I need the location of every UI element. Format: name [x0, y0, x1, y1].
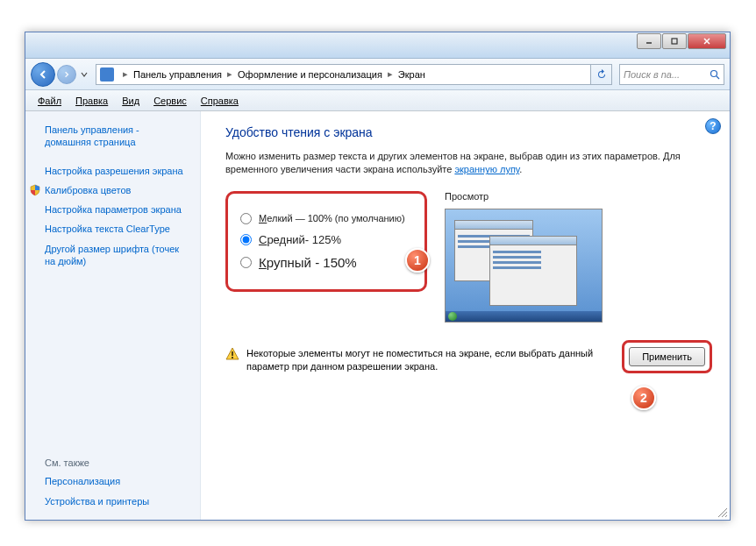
- svg-line-5: [717, 76, 719, 79]
- search-input[interactable]: Поиск в па...: [619, 64, 724, 85]
- breadcrumb-part[interactable]: Экран: [398, 69, 425, 80]
- window-controls: [636, 33, 726, 49]
- radio-medium-label: Средний- 125%: [259, 233, 341, 246]
- window-body: Панель управления - домашняя страница На…: [25, 111, 730, 520]
- annotation-callout-1: 1: [405, 248, 430, 273]
- radio-small-label: Мелкий — 100% (по умолчанию): [259, 213, 405, 223]
- sidebar-cleartype[interactable]: Настройка текста ClearType: [25, 219, 200, 238]
- navbar: ▸ Панель управления ▸ Оформление и персо…: [25, 59, 730, 90]
- minimize-button[interactable]: [637, 33, 661, 49]
- titlebar: [25, 32, 730, 59]
- magnifier-link[interactable]: экранную лупу: [454, 164, 519, 174]
- menu-edit[interactable]: Правка: [68, 96, 115, 106]
- search-icon: [710, 69, 720, 80]
- chevron-right-icon: ▸: [388, 68, 393, 80]
- svg-line-10: [725, 515, 727, 517]
- menu-view[interactable]: Вид: [115, 96, 146, 106]
- search-placeholder: Поиск в па...: [624, 69, 680, 80]
- address-bar[interactable]: ▸ Панель управления ▸ Оформление и персо…: [96, 64, 591, 85]
- page-title: Удобство чтения с экрана: [225, 125, 705, 139]
- radio-medium[interactable]: Средний- 125%: [240, 233, 412, 246]
- svg-point-4: [711, 70, 717, 76]
- breadcrumb-part[interactable]: Оформление и персонализация: [238, 69, 382, 80]
- preview-label: Просмотр: [445, 191, 705, 202]
- nav-forward-button[interactable]: [57, 65, 76, 84]
- maximize-button[interactable]: [662, 33, 687, 49]
- chevron-right-icon: ▸: [227, 68, 232, 80]
- refresh-button[interactable]: [591, 64, 612, 85]
- radio-large-label: Крупный - 150%: [259, 255, 357, 270]
- menubar: Файл Правка Вид Сервис Справка: [25, 90, 730, 111]
- page-description: Можно изменить размер текста и других эл…: [225, 150, 705, 177]
- radio-small[interactable]: Мелкий — 100% (по умолчанию): [240, 213, 412, 224]
- apply-highlight: Применить: [629, 347, 705, 366]
- svg-point-7: [232, 357, 233, 358]
- sidebar-seealso-heading: См. также: [25, 454, 200, 472]
- preview-section: Просмотр: [445, 191, 705, 323]
- menu-tools[interactable]: Сервис: [146, 96, 194, 106]
- warning-row: Некоторые элементы могут не поместиться …: [225, 347, 705, 374]
- radio-large[interactable]: Крупный - 150%: [240, 255, 412, 270]
- sidebar-resolution[interactable]: Настройка разрешения экрана: [25, 161, 200, 181]
- sidebar-devices[interactable]: Устройства и принтеры: [25, 492, 200, 511]
- help-icon[interactable]: ?: [705, 118, 721, 134]
- content-area: ? Удобство чтения с экрана Можно изменит…: [201, 111, 730, 520]
- svg-rect-1: [672, 39, 677, 44]
- sidebar: Панель управления - домашняя страница На…: [25, 111, 201, 520]
- control-panel-window: ▸ Панель управления ▸ Оформление и персо…: [25, 32, 731, 521]
- resize-grip[interactable]: [716, 506, 728, 518]
- shield-icon: [29, 184, 41, 196]
- sidebar-calibration[interactable]: Калибровка цветов: [25, 181, 200, 200]
- apply-button[interactable]: Применить: [629, 347, 705, 366]
- annotation-callout-2: 2: [631, 386, 656, 410]
- nav-back-button[interactable]: [31, 62, 55, 87]
- sidebar-personalization[interactable]: Персонализация: [25, 472, 200, 491]
- radio-large-input[interactable]: [240, 257, 252, 268]
- radio-small-input[interactable]: [240, 213, 252, 224]
- sidebar-home[interactable]: Панель управления - домашняя страница: [25, 120, 200, 152]
- chevron-right-icon: ▸: [123, 68, 128, 80]
- sidebar-params[interactable]: Настройка параметров экрана: [25, 200, 200, 219]
- preview-image: [445, 209, 603, 323]
- warning-text: Некоторые элементы могут не поместиться …: [246, 347, 622, 374]
- breadcrumb-part[interactable]: Панель управления: [133, 69, 222, 80]
- warning-icon: [225, 347, 239, 361]
- menu-help[interactable]: Справка: [194, 96, 246, 106]
- sidebar-dpi[interactable]: Другой размер шрифта (точек на дюйм): [25, 239, 200, 272]
- close-button[interactable]: [688, 33, 726, 49]
- menu-file[interactable]: Файл: [31, 96, 68, 106]
- nav-history-dropdown[interactable]: [78, 65, 90, 84]
- radio-medium-input[interactable]: [240, 234, 252, 245]
- control-panel-icon: [100, 67, 114, 82]
- dpi-options-highlight: Мелкий — 100% (по умолчанию) Средний- 12…: [225, 191, 427, 292]
